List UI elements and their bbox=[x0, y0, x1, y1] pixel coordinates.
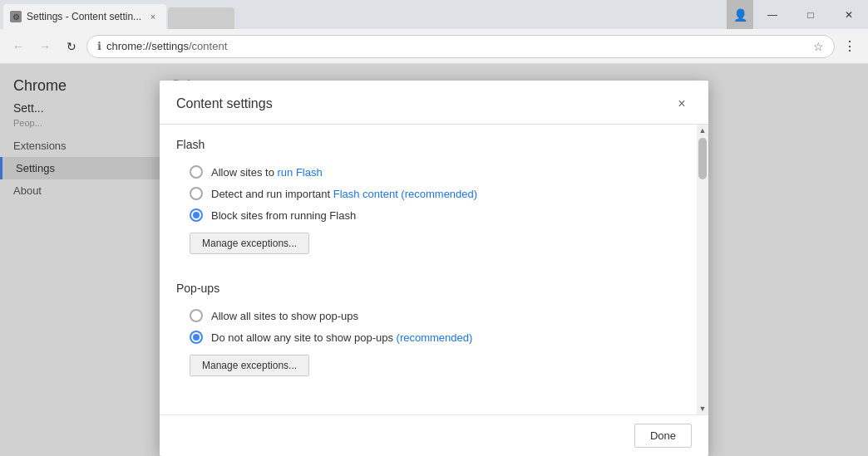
address-bar: ← → ↻ ℹ chrome://settings/content ☆ ⋮ bbox=[0, 29, 868, 64]
dialog-footer: Done bbox=[160, 414, 708, 456]
reload-icon: ↻ bbox=[67, 40, 76, 53]
popup-block-radio[interactable] bbox=[190, 331, 203, 344]
content-settings-dialog: Content settings × Flash Allow sites to … bbox=[160, 81, 708, 456]
popups-section-title: Pop-ups bbox=[176, 282, 692, 295]
flash-detect-label: Detect and run important Flash content (… bbox=[211, 188, 477, 200]
back-icon: ← bbox=[12, 40, 24, 53]
popup-block-label: Do not allow any site to show pop-ups (r… bbox=[211, 331, 472, 344]
back-button[interactable]: ← bbox=[7, 35, 30, 58]
forward-button[interactable]: → bbox=[33, 35, 57, 58]
flash-detect-link: Flash content (recommended) bbox=[333, 188, 477, 200]
url-path: /content bbox=[189, 40, 227, 52]
flash-allow-label: Allow sites to run Flash bbox=[211, 166, 323, 179]
dialog-body[interactable]: Flash Allow sites to run Flash Detect an… bbox=[160, 125, 708, 414]
flash-allow-option[interactable]: Allow sites to run Flash bbox=[176, 161, 692, 183]
section-divider-1 bbox=[176, 267, 692, 268]
active-tab[interactable]: ⚙ Settings - Content settin... × bbox=[3, 4, 166, 29]
popup-block-recommended: (recommended) bbox=[397, 331, 473, 344]
scrollbar[interactable]: ▲ ▼ bbox=[697, 125, 708, 414]
active-tab-label: Settings - Content settin... bbox=[27, 11, 141, 22]
tab-favicon: ⚙ bbox=[10, 11, 22, 22]
dialog-header: Content settings × bbox=[160, 81, 708, 125]
bookmark-icon[interactable]: ☆ bbox=[813, 40, 824, 53]
omnibox[interactable]: ℹ chrome://settings/content ☆ bbox=[86, 35, 835, 58]
close-button[interactable]: ✕ bbox=[830, 0, 868, 29]
scroll-down-arrow[interactable]: ▼ bbox=[699, 405, 707, 413]
scroll-up-arrow[interactable]: ▲ bbox=[699, 126, 707, 135]
profile-icon: 👤 bbox=[733, 8, 747, 22]
tab-area: ⚙ Settings - Content settin... × bbox=[0, 0, 234, 29]
dialog-overlay: Content settings × Flash Allow sites to … bbox=[0, 64, 868, 456]
url-host: settings bbox=[151, 40, 189, 52]
flash-detect-option[interactable]: Detect and run important Flash content (… bbox=[176, 183, 692, 204]
popups-section: Pop-ups Allow all sites to show pop-ups … bbox=[176, 282, 692, 376]
flash-block-radio[interactable] bbox=[190, 208, 203, 222]
popup-allow-option[interactable]: Allow all sites to show pop-ups bbox=[176, 305, 692, 326]
inactive-tab-label bbox=[175, 12, 177, 24]
flash-block-option[interactable]: Block sites from running Flash bbox=[176, 204, 692, 226]
maximize-button[interactable]: □ bbox=[792, 0, 830, 29]
inactive-tab[interactable] bbox=[168, 7, 234, 29]
scroll-thumb[interactable] bbox=[698, 138, 707, 179]
url-scheme: chrome:// bbox=[106, 40, 151, 52]
dialog-close-button[interactable]: × bbox=[672, 94, 692, 114]
chrome-menu-button[interactable]: ⋮ bbox=[838, 35, 861, 58]
popup-block-option[interactable]: Do not allow any site to show pop-ups (r… bbox=[176, 326, 692, 348]
profile-button[interactable]: 👤 bbox=[727, 0, 753, 29]
flash-section-title: Flash bbox=[176, 138, 692, 151]
window-controls: 👤 — □ ✕ bbox=[727, 0, 868, 29]
minimize-button[interactable]: — bbox=[753, 0, 792, 29]
tab-close-button[interactable]: × bbox=[146, 10, 160, 23]
flash-detect-radio[interactable] bbox=[190, 187, 203, 200]
popup-allow-label: Allow all sites to show pop-ups bbox=[211, 310, 358, 322]
flash-allow-link: run Flash bbox=[277, 166, 322, 179]
flash-manage-exceptions-button[interactable]: Manage exceptions... bbox=[190, 233, 309, 254]
flash-section: Flash Allow sites to run Flash Detect an… bbox=[176, 138, 692, 254]
popup-manage-exceptions-button[interactable]: Manage exceptions... bbox=[190, 355, 309, 376]
flash-block-label: Block sites from running Flash bbox=[211, 209, 356, 222]
dialog-title: Content settings bbox=[176, 96, 273, 111]
url-display: chrome://settings/content bbox=[106, 40, 808, 52]
body-spacer bbox=[176, 376, 692, 401]
reload-button[interactable]: ↻ bbox=[60, 35, 83, 58]
done-button[interactable]: Done bbox=[634, 424, 692, 448]
title-bar: ⚙ Settings - Content settin... × 👤 — □ ✕ bbox=[0, 0, 868, 29]
forward-icon: → bbox=[39, 40, 51, 53]
popup-allow-radio[interactable] bbox=[190, 309, 203, 322]
lock-icon: ℹ bbox=[97, 40, 101, 52]
flash-allow-radio[interactable] bbox=[190, 165, 203, 179]
